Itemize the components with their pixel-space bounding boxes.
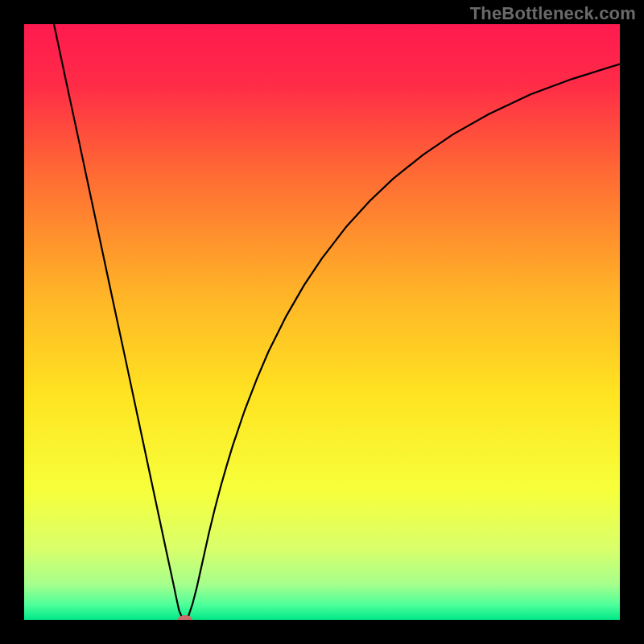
chart-svg (24, 24, 620, 620)
gradient-background (24, 24, 620, 620)
plot-area (24, 24, 620, 620)
watermark-text: TheBottleneck.com (470, 3, 636, 24)
chart-frame: TheBottleneck.com (0, 0, 644, 644)
